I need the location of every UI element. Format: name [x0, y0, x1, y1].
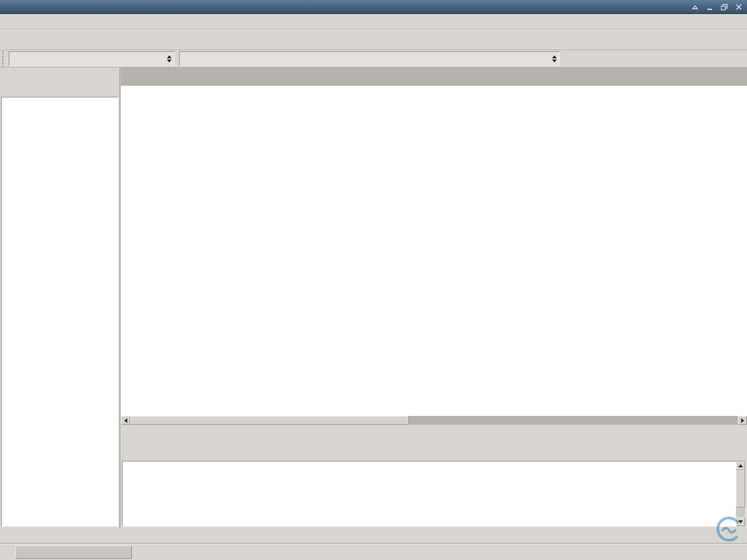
compiler-toolbar [4, 30, 8, 50]
build-log-content [122, 461, 746, 527]
menubar [0, 14, 747, 29]
spinner-icon[interactable] [167, 55, 174, 62]
hscroll-track[interactable] [409, 416, 738, 425]
management-panel [0, 68, 120, 528]
log-vscrollbar[interactable] [736, 461, 745, 526]
logs-panel [121, 430, 747, 528]
scroll-down-icon[interactable] [736, 517, 745, 526]
hscroll-thumb[interactable] [130, 416, 409, 425]
file-toolbar [0, 30, 4, 50]
scroll-right-icon[interactable] [738, 416, 747, 425]
clipped-log-line [125, 461, 745, 465]
maximize-button[interactable] [720, 3, 729, 11]
editor-hscrollbar[interactable] [121, 416, 747, 425]
splitter[interactable] [121, 425, 747, 430]
close-button[interactable] [734, 3, 743, 11]
toolbar-row [0, 29, 747, 50]
code-editor[interactable] [121, 86, 747, 416]
taskbar-window-button[interactable] [15, 545, 132, 559]
editor-notebook [121, 68, 747, 425]
titlebar [0, 0, 747, 14]
spinner-icon[interactable] [552, 55, 559, 62]
debugger-toolbar [8, 30, 12, 50]
statusbar [0, 528, 747, 543]
minimize-button[interactable] [705, 3, 714, 11]
scroll-left-icon[interactable] [121, 416, 130, 425]
toolbar-grip[interactable] [2, 51, 6, 66]
scope-combobox[interactable] [9, 51, 174, 66]
scroll-up-icon[interactable] [736, 461, 745, 470]
taskbar [0, 543, 747, 560]
vscroll-track[interactable] [736, 508, 745, 517]
shade-button[interactable] [690, 3, 700, 11]
project-tree [1, 97, 118, 527]
workspace-tree-item[interactable] [2, 97, 118, 103]
code-completion-toolbar [0, 50, 747, 68]
vscroll-thumb[interactable] [736, 470, 745, 508]
codeblocks-window [0, 0, 747, 560]
function-combobox[interactable] [179, 51, 560, 66]
